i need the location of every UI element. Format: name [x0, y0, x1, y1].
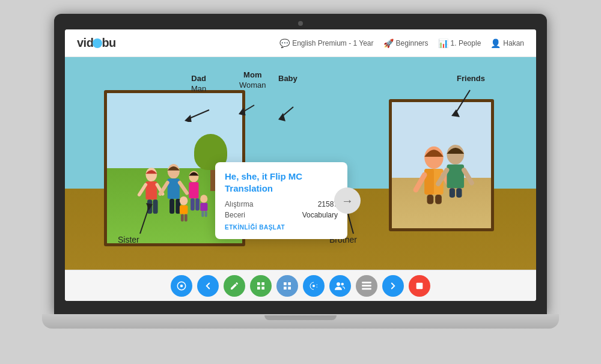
laptop-camera — [298, 21, 303, 26]
popup-action[interactable]: ETKİNLİĞİ BAŞLAT — [225, 224, 338, 231]
popup-row-1: Alıştırma 21587 — [225, 200, 338, 208]
svg-rect-36 — [456, 188, 462, 198]
plan-label: English Premium - 1 Year — [292, 39, 373, 47]
baby-label: Baby — [278, 74, 297, 83]
mom-woman-label: Mom Woman — [239, 70, 266, 89]
popup-row2-label: Beceri — [225, 211, 245, 219]
svg-point-0 — [145, 168, 157, 181]
svg-rect-54 — [261, 287, 264, 290]
svg-point-20 — [200, 195, 207, 202]
svg-line-9 — [180, 183, 187, 193]
svg-rect-21 — [200, 203, 207, 211]
app-header: vidbu 💬 English Premium - 1 Year 🚀 Begin… — [65, 29, 536, 57]
laptop-bezel: vidbu 💬 English Premium - 1 Year 🚀 Begin… — [54, 14, 547, 314]
svg-rect-51 — [257, 282, 260, 285]
svg-rect-1 — [145, 181, 157, 199]
category-icon: 📊 — [438, 38, 448, 48]
dad-label: Dad — [191, 74, 206, 84]
svg-rect-30 — [435, 194, 442, 204]
edit-button[interactable] — [224, 275, 245, 297]
app-toolbar — [65, 270, 536, 301]
app-container: vidbu 💬 English Premium - 1 Year 🚀 Begin… — [65, 29, 536, 301]
category-badge: 📊 1. People — [438, 38, 481, 48]
grid-view-button[interactable] — [250, 275, 272, 297]
svg-point-59 — [313, 285, 315, 287]
svg-rect-10 — [169, 199, 174, 214]
svg-rect-14 — [191, 198, 195, 210]
svg-rect-64 — [362, 288, 371, 290]
popup-card[interactable]: He, she, it Flip MC Translation Alıştırm… — [215, 162, 347, 239]
popup-row-2: Beceri Vocabulary — [225, 211, 338, 219]
back-button[interactable] — [197, 275, 219, 297]
dad-man-label: Dad Man — [191, 74, 206, 93]
popup-title: He, she, it Flip MC Translation — [225, 171, 338, 194]
right-frame-inner — [392, 102, 491, 228]
grid-view2-button[interactable] — [276, 275, 298, 297]
user-icon: 👤 — [490, 38, 501, 48]
main-scene: Dad Man Mom Woman — [65, 57, 536, 270]
svg-rect-15 — [195, 198, 200, 210]
svg-line-2 — [139, 184, 146, 195]
plan-icon: 💬 — [279, 38, 290, 48]
audio-button[interactable] — [303, 275, 325, 297]
friends-label: Friends — [457, 74, 485, 83]
svg-point-6 — [168, 164, 180, 178]
svg-rect-55 — [284, 282, 287, 285]
svg-rect-5 — [153, 199, 157, 214]
video-button[interactable] — [171, 275, 192, 297]
level-icon: 🚀 — [383, 38, 394, 48]
user-label: Hakan — [503, 39, 524, 47]
plan-badge: 💬 English Premium - 1 Year — [279, 38, 373, 48]
popup-row2-value: Vocabulary — [302, 211, 338, 219]
forward-button[interactable] — [382, 275, 404, 297]
svg-rect-17 — [180, 205, 188, 214]
svg-point-50 — [180, 284, 183, 287]
friends-label-container: Friends — [457, 74, 485, 83]
man-label: Man — [191, 84, 206, 93]
svg-point-61 — [341, 282, 344, 285]
svg-rect-23 — [205, 211, 207, 217]
svg-line-8 — [160, 183, 168, 194]
friends-illustration — [392, 134, 491, 229]
svg-line-27 — [416, 175, 424, 190]
svg-rect-18 — [181, 214, 184, 222]
svg-line-34 — [464, 170, 472, 183]
laptop-screen: vidbu 💬 English Premium - 1 Year 🚀 Begin… — [65, 29, 536, 301]
user-badge: 👤 Hakan — [490, 38, 524, 48]
svg-point-31 — [447, 144, 464, 164]
svg-rect-29 — [427, 194, 434, 204]
svg-rect-22 — [201, 211, 204, 217]
svg-rect-53 — [257, 287, 260, 290]
svg-rect-4 — [147, 199, 152, 214]
svg-rect-13 — [189, 182, 198, 198]
mom-label: Mom — [239, 70, 266, 80]
app-logo: vidbu — [77, 36, 116, 50]
level-label: Beginners — [396, 39, 429, 47]
logo-circle — [93, 38, 102, 48]
svg-rect-35 — [450, 188, 455, 198]
svg-rect-7 — [168, 178, 180, 199]
svg-rect-56 — [288, 282, 291, 285]
svg-rect-32 — [447, 164, 464, 187]
level-badge: 🚀 Beginners — [383, 38, 429, 48]
svg-rect-62 — [362, 282, 371, 284]
laptop-container: vidbu 💬 English Premium - 1 Year 🚀 Begin… — [42, 14, 559, 350]
svg-rect-65 — [416, 282, 423, 289]
sister-label: Sister — [118, 235, 139, 244]
popup-next-button[interactable]: → — [334, 187, 361, 214]
stop-button[interactable] — [409, 275, 430, 297]
svg-point-60 — [337, 282, 340, 286]
baby-label-container: Baby — [278, 74, 297, 83]
right-photo-frame[interactable] — [389, 99, 494, 231]
category-label: 1. People — [451, 39, 481, 47]
woman-label: Woman — [239, 80, 266, 89]
svg-rect-63 — [362, 285, 371, 287]
svg-point-16 — [180, 196, 188, 205]
svg-rect-58 — [288, 287, 291, 290]
laptop-base — [42, 314, 559, 329]
svg-rect-52 — [261, 282, 264, 285]
people-button[interactable] — [329, 275, 351, 297]
svg-rect-57 — [284, 287, 287, 290]
svg-rect-19 — [185, 214, 188, 222]
menu-button[interactable] — [356, 275, 377, 297]
